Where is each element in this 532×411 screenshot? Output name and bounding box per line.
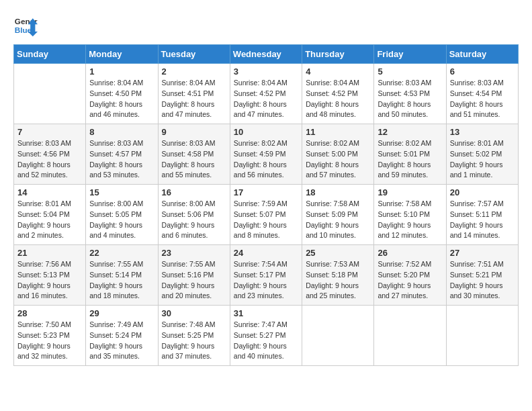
calendar-cell: 30Sunrise: 7:48 AMSunset: 5:25 PMDayligh… — [158, 306, 230, 366]
day-number: 7 — [17, 127, 82, 137]
calendar-cell: 12Sunrise: 8:02 AMSunset: 5:01 PMDayligh… — [374, 124, 446, 185]
day-info: Sunrise: 7:59 AMSunset: 5:07 PMDaylight:… — [234, 199, 298, 241]
calendar-cell: 2Sunrise: 8:04 AMSunset: 4:51 PMDaylight… — [158, 64, 230, 124]
day-info: Sunrise: 8:04 AMSunset: 4:52 PMDaylight:… — [234, 78, 298, 120]
day-header-wednesday: Wednesday — [230, 45, 302, 64]
calendar-cell: 14Sunrise: 8:01 AMSunset: 5:04 PMDayligh… — [14, 185, 86, 245]
day-info: Sunrise: 7:56 AMSunset: 5:13 PMDaylight:… — [17, 259, 82, 302]
day-header-tuesday: Tuesday — [158, 45, 230, 64]
day-number: 15 — [89, 187, 154, 197]
day-info: Sunrise: 7:58 AMSunset: 5:09 PMDaylight:… — [306, 199, 370, 241]
day-info: Sunrise: 7:58 AMSunset: 5:10 PMDaylight:… — [378, 199, 442, 241]
day-info: Sunrise: 8:03 AMSunset: 4:56 PMDaylight:… — [17, 138, 82, 181]
day-info: Sunrise: 8:01 AMSunset: 5:02 PMDaylight:… — [450, 138, 515, 181]
day-header-friday: Friday — [374, 45, 446, 64]
day-number: 6 — [450, 66, 515, 77]
calendar-cell: 11Sunrise: 8:02 AMSunset: 5:00 PMDayligh… — [302, 124, 374, 185]
day-header-thursday: Thursday — [302, 45, 374, 64]
day-info: Sunrise: 8:03 AMSunset: 4:57 PMDaylight:… — [89, 138, 154, 181]
calendar-cell — [374, 306, 446, 366]
calendar-cell: 10Sunrise: 8:02 AMSunset: 4:59 PMDayligh… — [230, 124, 302, 185]
day-info: Sunrise: 7:53 AMSunset: 5:18 PMDaylight:… — [306, 259, 370, 302]
day-info: Sunrise: 8:02 AMSunset: 4:59 PMDaylight:… — [234, 138, 298, 181]
day-number: 21 — [17, 248, 82, 258]
day-number: 20 — [450, 187, 515, 197]
calendar-cell — [446, 306, 518, 366]
day-info: Sunrise: 7:52 AMSunset: 5:20 PMDaylight:… — [378, 259, 442, 302]
day-header-monday: Monday — [86, 45, 158, 64]
week-row: 7Sunrise: 8:03 AMSunset: 4:56 PMDaylight… — [14, 124, 519, 185]
calendar-cell: 19Sunrise: 7:58 AMSunset: 5:10 PMDayligh… — [374, 185, 446, 245]
day-info: Sunrise: 8:04 AMSunset: 4:50 PMDaylight:… — [89, 78, 154, 120]
day-number: 2 — [162, 66, 226, 77]
day-number: 23 — [162, 248, 226, 258]
day-number: 24 — [234, 248, 298, 258]
calendar-cell: 13Sunrise: 8:01 AMSunset: 5:02 PMDayligh… — [446, 124, 518, 185]
calendar-cell: 6Sunrise: 8:03 AMSunset: 4:54 PMDaylight… — [446, 64, 518, 124]
calendar-cell — [302, 306, 374, 366]
logo: General Blue — [13, 13, 38, 38]
day-number: 8 — [89, 127, 154, 137]
day-number: 19 — [378, 187, 442, 197]
day-info: Sunrise: 7:50 AMSunset: 5:23 PMDaylight:… — [17, 320, 82, 362]
day-number: 9 — [162, 127, 226, 137]
week-row: 1Sunrise: 8:04 AMSunset: 4:50 PMDaylight… — [14, 64, 519, 124]
calendar-cell: 4Sunrise: 8:04 AMSunset: 4:52 PMDaylight… — [302, 64, 374, 124]
calendar-table: SundayMondayTuesdayWednesdayThursdayFrid… — [13, 44, 519, 366]
week-row: 21Sunrise: 7:56 AMSunset: 5:13 PMDayligh… — [14, 245, 519, 306]
week-row: 14Sunrise: 8:01 AMSunset: 5:04 PMDayligh… — [14, 185, 519, 245]
day-info: Sunrise: 8:02 AMSunset: 5:01 PMDaylight:… — [378, 138, 442, 181]
day-number: 30 — [162, 308, 226, 318]
calendar-cell: 18Sunrise: 7:58 AMSunset: 5:09 PMDayligh… — [302, 185, 374, 245]
calendar-cell: 8Sunrise: 8:03 AMSunset: 4:57 PMDaylight… — [86, 124, 158, 185]
day-info: Sunrise: 8:04 AMSunset: 4:51 PMDaylight:… — [162, 78, 226, 120]
calendar-cell: 21Sunrise: 7:56 AMSunset: 5:13 PMDayligh… — [14, 245, 86, 306]
day-header-sunday: Sunday — [14, 45, 86, 64]
day-number: 11 — [306, 127, 370, 137]
day-info: Sunrise: 8:00 AMSunset: 5:05 PMDaylight:… — [89, 199, 154, 241]
day-info: Sunrise: 7:51 AMSunset: 5:21 PMDaylight:… — [450, 259, 515, 302]
day-number: 18 — [306, 187, 370, 197]
calendar-cell: 9Sunrise: 8:03 AMSunset: 4:58 PMDaylight… — [158, 124, 230, 185]
calendar-cell: 31Sunrise: 7:47 AMSunset: 5:27 PMDayligh… — [230, 306, 302, 366]
calendar-cell: 25Sunrise: 7:53 AMSunset: 5:18 PMDayligh… — [302, 245, 374, 306]
day-number: 16 — [162, 187, 226, 197]
day-number: 29 — [89, 308, 154, 318]
day-info: Sunrise: 8:00 AMSunset: 5:06 PMDaylight:… — [162, 199, 226, 241]
day-number: 31 — [234, 308, 298, 318]
page-header: General Blue — [13, 13, 519, 38]
calendar-cell — [14, 64, 86, 124]
calendar-cell: 27Sunrise: 7:51 AMSunset: 5:21 PMDayligh… — [446, 245, 518, 306]
calendar-cell: 5Sunrise: 8:03 AMSunset: 4:53 PMDaylight… — [374, 64, 446, 124]
calendar-cell: 3Sunrise: 8:04 AMSunset: 4:52 PMDaylight… — [230, 64, 302, 124]
day-number: 27 — [450, 248, 515, 258]
day-number: 14 — [17, 187, 82, 197]
day-number: 3 — [234, 66, 298, 77]
calendar-cell: 16Sunrise: 8:00 AMSunset: 5:06 PMDayligh… — [158, 185, 230, 245]
day-number: 12 — [378, 127, 442, 137]
calendar-cell: 23Sunrise: 7:55 AMSunset: 5:16 PMDayligh… — [158, 245, 230, 306]
calendar-cell: 28Sunrise: 7:50 AMSunset: 5:23 PMDayligh… — [14, 306, 86, 366]
calendar-cell: 17Sunrise: 7:59 AMSunset: 5:07 PMDayligh… — [230, 185, 302, 245]
day-info: Sunrise: 8:03 AMSunset: 4:53 PMDaylight:… — [378, 78, 442, 120]
day-info: Sunrise: 7:54 AMSunset: 5:17 PMDaylight:… — [234, 259, 298, 302]
calendar-cell: 22Sunrise: 7:55 AMSunset: 5:14 PMDayligh… — [86, 245, 158, 306]
day-info: Sunrise: 8:02 AMSunset: 5:00 PMDaylight:… — [306, 138, 370, 181]
day-info: Sunrise: 8:03 AMSunset: 4:54 PMDaylight:… — [450, 78, 515, 120]
day-header-saturday: Saturday — [446, 45, 518, 64]
calendar-cell: 29Sunrise: 7:49 AMSunset: 5:24 PMDayligh… — [86, 306, 158, 366]
calendar-cell: 24Sunrise: 7:54 AMSunset: 5:17 PMDayligh… — [230, 245, 302, 306]
day-number: 5 — [378, 66, 442, 77]
logo-icon: General Blue — [13, 13, 38, 38]
day-number: 4 — [306, 66, 370, 77]
week-row: 28Sunrise: 7:50 AMSunset: 5:23 PMDayligh… — [14, 306, 519, 366]
day-number: 10 — [234, 127, 298, 137]
day-number: 1 — [89, 66, 154, 77]
day-number: 26 — [378, 248, 442, 258]
calendar-cell: 7Sunrise: 8:03 AMSunset: 4:56 PMDaylight… — [14, 124, 86, 185]
day-number: 17 — [234, 187, 298, 197]
day-number: 28 — [17, 308, 82, 318]
day-info: Sunrise: 8:03 AMSunset: 4:58 PMDaylight:… — [162, 138, 226, 181]
day-number: 13 — [450, 127, 515, 137]
day-number: 22 — [89, 248, 154, 258]
